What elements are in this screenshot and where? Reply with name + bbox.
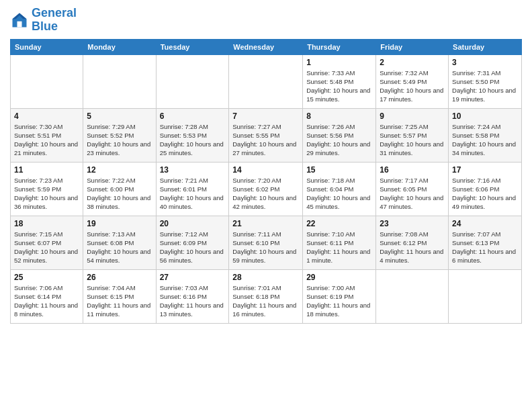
svg-rect-2 — [17, 21, 22, 28]
day-detail: Sunrise: 7:21 AMSunset: 6:01 PMDaylight:… — [160, 176, 226, 212]
weekday-header-thursday: Thursday — [303, 39, 376, 54]
week-row-2: 4 Sunrise: 7:30 AMSunset: 5:51 PMDayligh… — [11, 108, 522, 162]
day-number: 26 — [87, 273, 152, 282]
calendar-table: SundayMondayTuesdayWednesdayThursdayFrid… — [10, 39, 522, 324]
logo-blue: Blue — [32, 20, 77, 34]
day-number: 16 — [380, 165, 445, 175]
day-cell — [11, 54, 83, 108]
day-cell: 6 Sunrise: 7:28 AMSunset: 5:53 PMDayligh… — [156, 108, 229, 162]
day-cell: 5 Sunrise: 7:29 AMSunset: 5:52 PMDayligh… — [83, 108, 156, 162]
day-detail: Sunrise: 7:23 AMSunset: 5:59 PMDaylight:… — [14, 176, 79, 212]
day-number: 12 — [87, 165, 152, 175]
weekday-header-sunday: Sunday — [11, 39, 83, 54]
week-row-1: 1 Sunrise: 7:33 AMSunset: 5:48 PMDayligh… — [11, 54, 522, 108]
day-detail: Sunrise: 7:33 AMSunset: 5:48 PMDaylight:… — [306, 68, 372, 104]
logo-text: General Blue — [32, 7, 77, 34]
day-cell: 12 Sunrise: 7:22 AMSunset: 6:00 PMDaylig… — [83, 162, 156, 216]
day-number: 17 — [452, 165, 518, 175]
day-detail: Sunrise: 7:16 AMSunset: 6:06 PMDaylight:… — [452, 176, 518, 212]
day-number: 29 — [306, 273, 372, 282]
day-number: 6 — [160, 111, 226, 121]
day-number: 4 — [14, 111, 79, 121]
day-detail: Sunrise: 7:00 AMSunset: 6:19 PMDaylight:… — [306, 283, 372, 319]
day-detail: Sunrise: 7:01 AMSunset: 6:18 PMDaylight:… — [232, 283, 299, 319]
day-cell: 27 Sunrise: 7:03 AMSunset: 6:16 PMDaylig… — [156, 269, 229, 323]
day-number: 11 — [14, 165, 79, 175]
header: General Blue — [10, 7, 522, 34]
weekday-header-friday: Friday — [376, 39, 449, 54]
day-detail: Sunrise: 7:11 AMSunset: 6:10 PMDaylight:… — [232, 230, 299, 265]
day-detail: Sunrise: 7:26 AMSunset: 5:56 PMDaylight:… — [306, 122, 372, 158]
day-cell: 7 Sunrise: 7:27 AMSunset: 5:55 PMDayligh… — [229, 108, 303, 162]
day-cell: 24 Sunrise: 7:07 AMSunset: 6:13 PMDaylig… — [449, 216, 522, 269]
day-number: 23 — [380, 219, 445, 228]
day-cell: 29 Sunrise: 7:00 AMSunset: 6:19 PMDaylig… — [303, 269, 376, 323]
week-row-3: 11 Sunrise: 7:23 AMSunset: 5:59 PMDaylig… — [11, 162, 522, 216]
logo: General Blue — [10, 7, 77, 34]
day-number: 3 — [452, 58, 518, 67]
day-number: 20 — [160, 219, 226, 228]
day-detail: Sunrise: 7:29 AMSunset: 5:52 PMDaylight:… — [87, 122, 152, 158]
day-number: 8 — [306, 111, 372, 121]
day-number: 24 — [452, 219, 518, 228]
weekday-header-monday: Monday — [83, 39, 156, 54]
day-cell: 22 Sunrise: 7:10 AMSunset: 6:11 PMDaylig… — [303, 216, 376, 269]
weekday-header-saturday: Saturday — [449, 39, 522, 54]
day-detail: Sunrise: 7:04 AMSunset: 6:15 PMDaylight:… — [87, 283, 152, 319]
day-detail: Sunrise: 7:32 AMSunset: 5:49 PMDaylight:… — [380, 68, 445, 104]
day-number: 14 — [232, 165, 299, 175]
day-detail: Sunrise: 7:03 AMSunset: 6:16 PMDaylight:… — [160, 283, 226, 319]
day-number: 28 — [232, 273, 299, 282]
day-number: 18 — [14, 219, 79, 228]
week-row-5: 25 Sunrise: 7:06 AMSunset: 6:14 PMDaylig… — [11, 269, 522, 323]
day-cell: 8 Sunrise: 7:26 AMSunset: 5:56 PMDayligh… — [303, 108, 376, 162]
day-cell: 2 Sunrise: 7:32 AMSunset: 5:49 PMDayligh… — [376, 54, 449, 108]
day-cell: 17 Sunrise: 7:16 AMSunset: 6:06 PMDaylig… — [449, 162, 522, 216]
day-detail: Sunrise: 7:31 AMSunset: 5:50 PMDaylight:… — [452, 68, 518, 104]
day-number: 2 — [380, 58, 445, 67]
week-row-4: 18 Sunrise: 7:15 AMSunset: 6:07 PMDaylig… — [11, 216, 522, 269]
day-number: 19 — [87, 219, 152, 228]
day-cell: 28 Sunrise: 7:01 AMSunset: 6:18 PMDaylig… — [229, 269, 303, 323]
day-cell — [83, 54, 156, 108]
day-detail: Sunrise: 7:06 AMSunset: 6:14 PMDaylight:… — [14, 283, 79, 319]
day-number: 1 — [306, 58, 372, 67]
day-cell: 23 Sunrise: 7:08 AMSunset: 6:12 PMDaylig… — [376, 216, 449, 269]
day-detail: Sunrise: 7:07 AMSunset: 6:13 PMDaylight:… — [452, 230, 518, 265]
day-detail: Sunrise: 7:20 AMSunset: 6:02 PMDaylight:… — [232, 176, 299, 212]
day-number: 21 — [232, 219, 299, 228]
day-detail: Sunrise: 7:12 AMSunset: 6:09 PMDaylight:… — [160, 230, 226, 265]
day-cell: 1 Sunrise: 7:33 AMSunset: 5:48 PMDayligh… — [303, 54, 376, 108]
day-number: 7 — [232, 111, 299, 121]
day-cell: 9 Sunrise: 7:25 AMSunset: 5:57 PMDayligh… — [376, 108, 449, 162]
day-number: 22 — [306, 219, 372, 228]
page: General Blue SundayMondayTuesdayWednesda… — [0, 0, 532, 411]
day-detail: Sunrise: 7:15 AMSunset: 6:07 PMDaylight:… — [14, 230, 79, 265]
day-detail: Sunrise: 7:22 AMSunset: 6:00 PMDaylight:… — [87, 176, 152, 212]
day-cell: 11 Sunrise: 7:23 AMSunset: 5:59 PMDaylig… — [11, 162, 83, 216]
logo-icon — [10, 11, 29, 30]
day-number: 10 — [452, 111, 518, 121]
day-cell: 16 Sunrise: 7:17 AMSunset: 6:05 PMDaylig… — [376, 162, 449, 216]
day-number: 25 — [14, 273, 79, 282]
day-detail: Sunrise: 7:28 AMSunset: 5:53 PMDaylight:… — [160, 122, 226, 158]
day-detail: Sunrise: 7:27 AMSunset: 5:55 PMDaylight:… — [232, 122, 299, 158]
day-cell: 15 Sunrise: 7:18 AMSunset: 6:04 PMDaylig… — [303, 162, 376, 216]
day-cell: 21 Sunrise: 7:11 AMSunset: 6:10 PMDaylig… — [229, 216, 303, 269]
day-detail: Sunrise: 7:25 AMSunset: 5:57 PMDaylight:… — [380, 122, 445, 158]
day-number: 27 — [160, 273, 226, 282]
day-cell: 4 Sunrise: 7:30 AMSunset: 5:51 PMDayligh… — [11, 108, 83, 162]
weekday-header-tuesday: Tuesday — [156, 39, 229, 54]
day-detail: Sunrise: 7:10 AMSunset: 6:11 PMDaylight:… — [306, 230, 372, 265]
day-cell — [156, 54, 229, 108]
day-cell: 19 Sunrise: 7:13 AMSunset: 6:08 PMDaylig… — [83, 216, 156, 269]
day-cell: 3 Sunrise: 7:31 AMSunset: 5:50 PMDayligh… — [449, 54, 522, 108]
day-cell: 26 Sunrise: 7:04 AMSunset: 6:15 PMDaylig… — [83, 269, 156, 323]
day-cell: 10 Sunrise: 7:24 AMSunset: 5:58 PMDaylig… — [449, 108, 522, 162]
day-detail: Sunrise: 7:17 AMSunset: 6:05 PMDaylight:… — [380, 176, 445, 212]
day-cell — [229, 54, 303, 108]
day-cell: 20 Sunrise: 7:12 AMSunset: 6:09 PMDaylig… — [156, 216, 229, 269]
weekday-header-row: SundayMondayTuesdayWednesdayThursdayFrid… — [11, 39, 522, 54]
day-cell: 18 Sunrise: 7:15 AMSunset: 6:07 PMDaylig… — [11, 216, 83, 269]
day-detail: Sunrise: 7:24 AMSunset: 5:58 PMDaylight:… — [452, 122, 518, 158]
